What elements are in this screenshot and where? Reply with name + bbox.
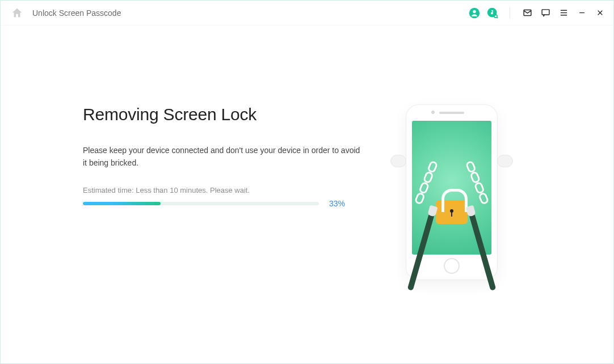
music-search-icon[interactable] bbox=[487, 7, 498, 19]
separator bbox=[510, 7, 510, 19]
app-window: Unlock Screen Passcode bbox=[0, 0, 614, 364]
svg-rect-6 bbox=[542, 10, 549, 15]
illustration bbox=[378, 105, 525, 363]
titlebar-actions bbox=[469, 7, 605, 19]
page-heading: Removing Screen Lock bbox=[83, 105, 378, 124]
progress-row: 33% bbox=[83, 199, 378, 208]
minimize-button[interactable] bbox=[576, 7, 587, 19]
feedback-icon[interactable] bbox=[540, 7, 551, 19]
main-content: Removing Screen Lock Please keep your de… bbox=[1, 26, 613, 363]
chain-icon bbox=[393, 156, 511, 166]
svg-point-1 bbox=[473, 10, 476, 12]
mail-icon[interactable] bbox=[522, 7, 533, 19]
svg-point-3 bbox=[494, 14, 497, 17]
close-button[interactable] bbox=[594, 7, 605, 19]
lock-icon bbox=[436, 200, 468, 224]
account-icon[interactable] bbox=[469, 7, 480, 19]
home-icon[interactable] bbox=[11, 7, 23, 19]
progress-bar bbox=[83, 202, 319, 205]
menu-icon[interactable] bbox=[558, 7, 569, 19]
window-title: Unlock Screen Passcode bbox=[32, 9, 121, 18]
titlebar: Unlock Screen Passcode bbox=[1, 1, 613, 26]
progress-fill bbox=[83, 202, 161, 205]
eta-text: Estimated time: Less than 10 minutes. Pl… bbox=[83, 186, 378, 194]
svg-line-4 bbox=[497, 17, 498, 18]
progress-percent: 33% bbox=[329, 199, 345, 208]
phone-illustration bbox=[395, 105, 508, 298]
progress-panel: Removing Screen Lock Please keep your de… bbox=[83, 105, 378, 363]
instruction-text: Please keep your device connected and do… bbox=[83, 145, 361, 169]
